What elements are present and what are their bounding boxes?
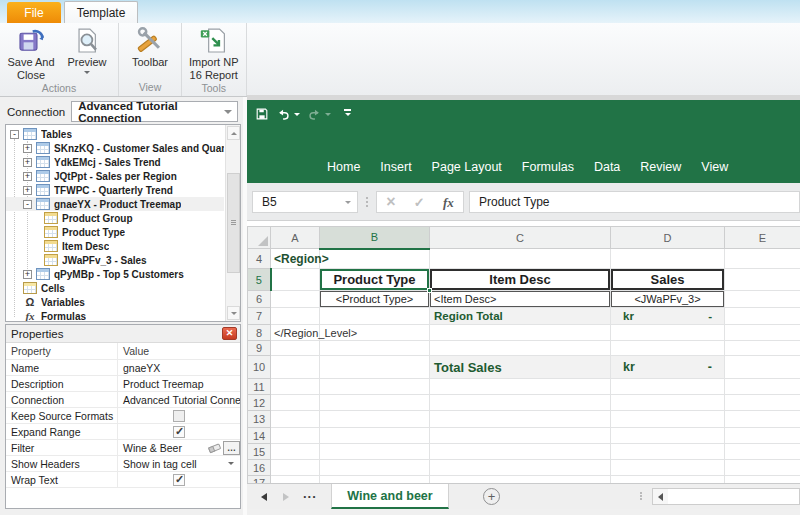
cell[interactable] — [320, 444, 430, 460]
redo-dropdown-icon[interactable] — [325, 113, 331, 119]
cell[interactable] — [611, 395, 725, 411]
close-icon[interactable] — [222, 327, 237, 340]
cell[interactable] — [430, 395, 611, 411]
toolbar-button[interactable]: Toolbar — [122, 23, 178, 69]
cell[interactable] — [271, 269, 320, 291]
cell[interactable] — [271, 379, 320, 395]
cell-d10-amount[interactable]: kr- — [611, 356, 725, 379]
cell[interactable] — [320, 308, 430, 325]
column-header-b[interactable]: B — [320, 227, 430, 249]
name-box[interactable]: B5 — [252, 191, 358, 213]
row-header-11[interactable]: 11 — [248, 379, 271, 395]
cell[interactable] — [271, 395, 320, 411]
row-header-4[interactable]: 4 — [248, 249, 271, 269]
cell[interactable] — [725, 325, 800, 341]
select-all-corner[interactable] — [248, 227, 271, 249]
cell[interactable] — [271, 428, 320, 444]
cell-a8-region-end-tag[interactable]: </Region_Level> — [271, 325, 320, 341]
hscroll-left-icon[interactable] — [652, 488, 669, 505]
cell-c10-total-sales[interactable]: Total Sales — [430, 356, 611, 379]
cell[interactable] — [320, 476, 430, 484]
connection-select[interactable]: Advanced Tutorial Connection — [71, 101, 238, 122]
expand-icon[interactable] — [23, 270, 32, 279]
cell[interactable] — [725, 356, 800, 379]
cell[interactable] — [271, 411, 320, 428]
cell[interactable] — [430, 460, 611, 476]
cell[interactable] — [611, 444, 725, 460]
tree-item-jqtppt[interactable]: JQtPpt - Sales per Region — [6, 169, 224, 183]
expand-icon[interactable] — [23, 144, 32, 153]
cell[interactable] — [271, 341, 320, 356]
cell[interactable] — [611, 460, 725, 476]
cell[interactable] — [611, 411, 725, 428]
customize-qat-icon[interactable] — [344, 109, 351, 119]
tab-data[interactable]: Data — [584, 160, 630, 174]
cell[interactable] — [271, 291, 320, 308]
cell[interactable] — [725, 395, 800, 411]
cell[interactable] — [320, 428, 430, 444]
horizontal-scrollbar[interactable] — [668, 488, 800, 505]
cell[interactable] — [320, 411, 430, 428]
tree-item-product-type[interactable]: Product Type — [6, 225, 224, 239]
tree-item-ydkemcj[interactable]: YdkEMcj - Sales Trend — [6, 155, 224, 169]
cell-b5-selected[interactable]: Product Type — [320, 269, 430, 291]
sheet-overflow-button[interactable]: ... — [303, 486, 317, 501]
row-header-9[interactable]: 9 — [248, 341, 271, 356]
sheet-tab-wine-and-beer[interactable]: Wine and beer — [331, 484, 449, 509]
preview-dropdown-icon[interactable] — [84, 71, 90, 77]
property-row-description[interactable]: Description Product Treemap — [6, 376, 240, 392]
cell[interactable] — [725, 308, 800, 325]
cell[interactable] — [430, 249, 611, 269]
column-header-c[interactable]: C — [430, 227, 611, 249]
tree-scrollbar[interactable] — [225, 125, 240, 321]
cell[interactable] — [271, 476, 320, 484]
cell[interactable] — [320, 249, 430, 269]
property-value[interactable]: Advanced Tutorial Connecti — [118, 392, 240, 407]
cell[interactable] — [725, 379, 800, 395]
name-box-dropdown-icon[interactable] — [345, 201, 351, 207]
fill-handle[interactable] — [427, 288, 432, 293]
row-header-5[interactable]: 5 — [248, 269, 271, 291]
cell[interactable] — [271, 308, 320, 325]
sheet-nav-left-icon[interactable] — [261, 493, 267, 501]
tab-view[interactable]: View — [691, 160, 738, 174]
property-row-keep-source-formats[interactable]: Keep Source Formats — [6, 408, 240, 424]
insert-function-icon[interactable] — [443, 193, 454, 211]
cell[interactable] — [271, 356, 320, 379]
tree-item-gnaeyx[interactable]: gnaeYX - Product Treemap — [6, 197, 224, 211]
cell-d6-tag[interactable]: <JWaPFv_3> — [611, 291, 725, 308]
cell[interactable] — [320, 341, 430, 356]
checkbox-checked[interactable] — [173, 426, 185, 438]
row-header-16[interactable]: 16 — [248, 460, 271, 476]
tree-item-jwapfv3[interactable]: JWaPFv_3 - Sales — [6, 253, 224, 267]
cell-a4-region-tag[interactable]: <Region> — [271, 249, 320, 269]
tree-item-qpymbp[interactable]: qPyMBp - Top 5 Customers — [6, 267, 224, 281]
save-button[interactable] — [255, 107, 269, 121]
column-header-e[interactable]: E — [725, 227, 800, 249]
cell-c5-header[interactable]: Item Desc — [430, 269, 611, 291]
row-header-14[interactable]: 14 — [248, 428, 271, 444]
row-header-8[interactable]: 8 — [248, 325, 271, 341]
scrollbar-thumb[interactable] — [227, 173, 240, 273]
cell-c6-tag[interactable]: <Item Desc> — [430, 291, 611, 308]
cell[interactable] — [430, 379, 611, 395]
add-sheet-icon[interactable] — [483, 488, 500, 505]
tab-page-layout[interactable]: Page Layout — [422, 160, 512, 174]
tree-item-item-desc[interactable]: Item Desc — [6, 239, 224, 253]
cell[interactable] — [611, 249, 725, 269]
cell[interactable] — [271, 444, 320, 460]
tree-item-product-group[interactable]: Product Group — [6, 211, 224, 225]
cell-c7-region-total[interactable]: Region Total — [430, 308, 611, 325]
dropdown-arrow-icon[interactable] — [224, 457, 238, 471]
tab-review[interactable]: Review — [630, 160, 691, 174]
row-header-13[interactable]: 13 — [248, 411, 271, 428]
cancel-icon[interactable] — [386, 193, 395, 211]
tab-home[interactable]: Home — [317, 160, 370, 174]
undo-dropdown-icon[interactable] — [294, 113, 300, 119]
cell[interactable] — [725, 460, 800, 476]
collapse-icon[interactable] — [23, 200, 32, 209]
cell-d5-header[interactable]: Sales — [611, 269, 725, 291]
cell[interactable] — [725, 269, 800, 291]
expand-icon[interactable] — [23, 172, 32, 181]
row-header-17[interactable]: 17 — [248, 476, 271, 484]
